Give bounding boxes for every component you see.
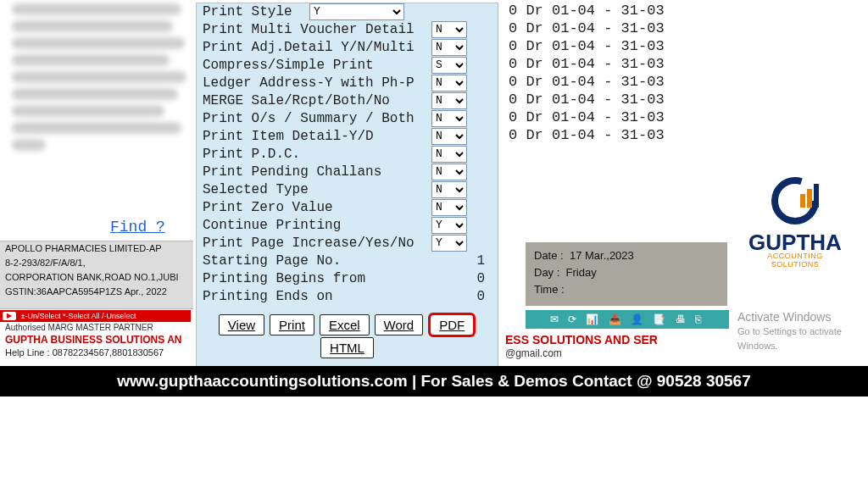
word-button[interactable]: Word [375, 314, 424, 336]
view-button[interactable]: View [219, 314, 264, 336]
ess-solutions-label: ESS SOLUTIONS AND SER [505, 333, 658, 347]
selection-hint-bar: ▶ ±-Un/Select *-Select All /-Unselect [0, 310, 191, 322]
bg-smudge [12, 122, 181, 134]
guptha-g-icon [770, 175, 821, 226]
dialog-row: Print Page Increase/Yes/NoY [196, 234, 498, 252]
ledger-period-line: 0 Dr 01-04 - 31-03 [509, 127, 665, 143]
footer-bar: www.gupthaaccountingsolutions.com | For … [0, 366, 868, 396]
date-label: Date : [534, 249, 564, 262]
dialog-row-select[interactable]: Y [431, 217, 467, 234]
dialog-row-select[interactable]: N [431, 199, 467, 216]
dialog-row-label: Print O/s / Summary / Both [196, 111, 431, 126]
ledger-period-line: 0 Dr 01-04 - 31-03 [509, 3, 665, 19]
guptha-logo: GUPTHA ACCOUNTING SOLUTIONS [744, 175, 846, 269]
dialog-row: Print StyleY [196, 3, 498, 20]
info-line: CORPORATION BANK,ROAD NO.1,JUBI [5, 270, 196, 285]
guptha-business-label: GUPTHA BUSINESS SOLUTIONS AN [0, 334, 196, 346]
ledger-period-line: 0 Dr 01-04 - 31-03 [509, 109, 665, 125]
dialog-row: MERGE Sale/Rcpt/Both/NoN [196, 92, 498, 109]
dialog-row-label: Printing Ends on [196, 289, 431, 304]
dialog-row: Print Adj.Detail Y/N/MultiN [196, 38, 498, 56]
ledger-period-line: 0 Dr 01-04 - 31-03 [509, 38, 665, 54]
dialog-row-select[interactable]: N [431, 75, 467, 92]
bg-smudge [12, 54, 170, 66]
info-line: APOLLO PHARMACIES LIMITED-AP [5, 241, 196, 256]
dialog-row: Compress/Simple PrintS [196, 56, 498, 74]
dialog-row-label: Print Page Increase/Yes/No [196, 236, 431, 251]
dialog-row-select[interactable]: N [431, 110, 467, 127]
info-line: 8-2-293/82/F/A/8/1, [5, 256, 196, 270]
dialog-row: Print Zero ValueN [196, 198, 498, 216]
action-icon-strip[interactable]: ✉ ⟳ 📊 📥 👤 📑 🖶 ⎘ [526, 310, 729, 329]
dialog-row-label: Print Style [196, 4, 304, 19]
activate-windows-watermark: Activate Windows Go to Settings to activ… [737, 310, 868, 353]
bg-smudge [12, 71, 186, 83]
dialog-row-select[interactable]: Y [309, 3, 404, 20]
dialog-row: Print O/s / Summary / BothN [196, 109, 498, 127]
day-label: Day : [534, 266, 559, 279]
dialog-row-label: MERGE Sale/Rcpt/Both/No [196, 93, 431, 108]
youtube-icon: ▶ [3, 312, 16, 320]
svg-rect-3 [814, 184, 819, 208]
day-value: Friday [566, 266, 597, 279]
dialog-row: Printing Begins from0 [196, 269, 498, 287]
dialog-row-label: Continue Printing [196, 218, 431, 233]
dialog-row-select[interactable]: N [431, 181, 467, 198]
dialog-row: Print Item Detail-Y/DN [196, 127, 498, 145]
dialog-row-label: Print Item Detail-Y/D [196, 129, 431, 144]
activate-sub: Go to Settings to activate Windows. [737, 324, 868, 353]
ledger-period-line: 0 Dr 01-04 - 31-03 [509, 74, 665, 90]
logo-text: GUPTHA [744, 233, 846, 252]
dialog-row-value: 0 [476, 289, 485, 304]
dialog-row: Ledger Address-Y with Ph-PN [196, 74, 498, 92]
bg-smudge [12, 139, 46, 151]
dialog-row: Print Pending ChallansN [196, 163, 498, 180]
time-label: Time : [534, 283, 565, 296]
bg-smudge [12, 105, 164, 117]
dialog-row-label: Print Pending Challans [196, 164, 431, 180]
html-button[interactable]: HTML [320, 337, 374, 358]
dialog-row-label: Print P.D.C. [196, 147, 431, 162]
info-line: GSTIN:36AAPCA5954P1ZS Apr., 2022 [5, 285, 196, 299]
bg-smudge [12, 20, 173, 32]
dialog-row: Print P.D.C.N [196, 145, 498, 163]
date-panel: Date : 17 Mar.,2023 Day : Friday Time : [526, 242, 727, 306]
dialog-row-label: Print Multi Voucher Detail [196, 22, 431, 37]
dialog-row: Continue PrintingY [196, 216, 498, 234]
dialog-row-value: 1 [476, 253, 485, 269]
dialog-row: Starting Page No.1 [196, 252, 498, 269]
dialog-row-select[interactable]: N [431, 164, 467, 180]
authorised-partner-label: Authorised MARG MASTER PARTNER [0, 322, 196, 332]
dialog-row: Printing Ends on0 [196, 287, 498, 305]
ledger-period-line: 0 Dr 01-04 - 31-03 [509, 20, 665, 36]
dialog-button-row: ViewPrintExcelWordPDFHTML [196, 313, 498, 358]
company-info-panel: APOLLO PHARMACIES LIMITED-AP 8-2-293/82/… [0, 241, 196, 309]
dialog-row-select[interactable]: N [431, 92, 467, 109]
activate-title: Activate Windows [737, 310, 868, 324]
gmail-label: @gmail.com [505, 347, 562, 359]
print-button[interactable]: Print [270, 314, 314, 336]
dialog-row-label: Selected Type [196, 182, 431, 197]
dialog-row-label: Compress/Simple Print [196, 58, 431, 73]
helpline-label: Help Line : 08782234567,8801830567 [0, 347, 196, 358]
dialog-row-select[interactable]: Y [431, 235, 467, 252]
dialog-row-select[interactable]: N [431, 128, 467, 145]
date-value: 17 Mar.,2023 [570, 249, 634, 262]
ledger-period-line: 0 Dr 01-04 - 31-03 [509, 56, 665, 72]
selection-hint-text: ±-Un/Select *-Select All /-Unselect [21, 312, 136, 320]
dialog-row-select[interactable]: N [431, 39, 467, 56]
dialog-row: Print Multi Voucher DetailN [196, 20, 498, 38]
dialog-row-select[interactable]: N [431, 146, 467, 163]
bg-smudge [12, 88, 178, 100]
dialog-row-select[interactable]: S [431, 57, 467, 74]
dialog-row-select[interactable]: N [431, 21, 467, 38]
svg-rect-2 [807, 189, 812, 208]
pdf-button[interactable]: PDF [428, 313, 476, 337]
find-link[interactable]: Find ? [110, 219, 165, 236]
svg-rect-1 [800, 194, 805, 208]
ledger-period-line: 0 Dr 01-04 - 31-03 [509, 92, 665, 108]
dialog-row-label: Starting Page No. [196, 253, 431, 269]
excel-button[interactable]: Excel [320, 314, 370, 336]
dialog-row-value: 0 [476, 271, 485, 286]
print-options-dialog: Print StyleYPrint Multi Voucher DetailNP… [193, 0, 501, 369]
